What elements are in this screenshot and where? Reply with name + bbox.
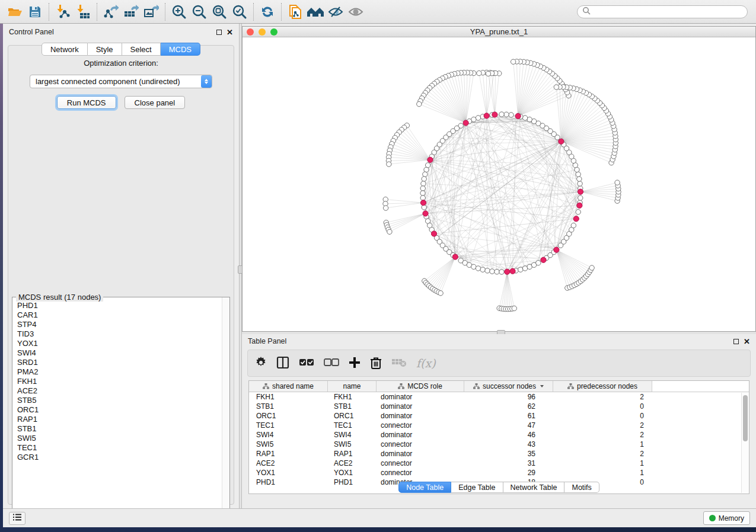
export-network-button[interactable]: [101, 2, 121, 21]
show-all-button[interactable]: [346, 2, 366, 21]
mcds-result-item[interactable]: ORC1: [13, 405, 222, 415]
criterion-select[interactable]: largest connected component (undirected): [30, 75, 212, 88]
zoom-out-button[interactable]: [189, 2, 209, 21]
mcds-result-group: MCDS result (17 nodes) PHD1CAR1STP4TID3Y…: [12, 297, 230, 517]
network-canvas[interactable]: [243, 38, 755, 331]
mcds-result-item[interactable]: TID3: [13, 329, 222, 339]
function-builder-button[interactable]: f(x): [416, 357, 436, 370]
toolbar-separator: [49, 3, 49, 21]
delete-table-button[interactable]: [391, 357, 407, 370]
mcds-result-item[interactable]: PHD1: [13, 301, 222, 310]
table-cell: 2: [553, 431, 652, 439]
run-mcds-button[interactable]: Run MCDS: [57, 96, 116, 109]
refresh-button[interactable]: [257, 2, 277, 21]
table-row[interactable]: SWI5SWI5connector431: [249, 440, 749, 449]
column-header-successor-nodes[interactable]: successor nodes: [464, 381, 553, 392]
table-row[interactable]: ORC1ORC1dominator610: [249, 411, 749, 421]
table-settings-button[interactable]: [255, 357, 267, 370]
mcds-result-item[interactable]: FKH1: [13, 377, 222, 386]
table-cell: dominator: [377, 393, 464, 401]
column-view-button[interactable]: [276, 356, 289, 371]
import-table-button[interactable]: [73, 2, 93, 21]
column-header-MCDS-role[interactable]: MCDS role: [377, 381, 464, 392]
search-field[interactable]: [577, 5, 748, 18]
table-cell: 1: [553, 459, 652, 467]
export-table-icon: [123, 4, 139, 20]
save-session-button[interactable]: [25, 2, 45, 21]
mcds-result-item[interactable]: SWI4: [13, 348, 222, 358]
export-table-button[interactable]: [121, 2, 141, 21]
table-scrollbar[interactable]: [741, 393, 748, 493]
mcds-result-item[interactable]: ACE2: [13, 386, 222, 396]
status-bar: Memory: [3, 508, 756, 527]
mcds-result-item[interactable]: YOX1: [13, 339, 222, 348]
table-cell: 1: [553, 469, 652, 477]
select-all-button[interactable]: [299, 358, 314, 368]
task-history-button[interactable]: [9, 512, 25, 525]
hide-selected-button[interactable]: [326, 2, 346, 21]
table-cell: 47: [464, 421, 553, 430]
column-header-predecessor-nodes[interactable]: predecessor nodes: [553, 381, 652, 392]
tab-mcds[interactable]: MCDS: [161, 43, 200, 56]
mcds-result-item[interactable]: GCR1: [13, 453, 222, 462]
node-table-body[interactable]: FKH1FKH1dominator962STB1STB1dominator620…: [249, 392, 749, 487]
column-header-shared-name[interactable]: shared name: [249, 381, 328, 392]
export-image-button[interactable]: [141, 2, 161, 21]
table-row[interactable]: FKH1FKH1dominator962: [249, 392, 749, 402]
table-row[interactable]: SWI4SWI4dominator462: [249, 430, 749, 440]
export-network-icon: [103, 4, 119, 20]
mcds-list-scrollbar[interactable]: [222, 297, 229, 517]
tab-select[interactable]: Select: [122, 43, 161, 56]
mcds-result-item[interactable]: SRD1: [13, 358, 222, 367]
zoom-in-button[interactable]: [169, 2, 189, 21]
close-panel-button[interactable]: Close panel: [125, 96, 186, 109]
clone-network-button[interactable]: [285, 2, 305, 21]
toolbar-separator: [281, 3, 282, 21]
mcds-result-item[interactable]: PMA2: [13, 367, 222, 377]
network-titlebar[interactable]: YPA_prune.txt_1: [243, 27, 755, 37]
close-panel-icon[interactable]: ✕: [227, 28, 233, 36]
open-folder-icon: [7, 5, 23, 19]
delete-column-button[interactable]: [370, 356, 382, 371]
column-header-name[interactable]: name: [328, 381, 377, 392]
table-cell: ACE2: [249, 459, 328, 467]
table-scrollbar-thumb[interactable]: [743, 395, 748, 441]
search-area: [577, 5, 748, 18]
unchecked-boxes-icon: [324, 358, 339, 368]
table-row[interactable]: STB1STB1dominator620: [249, 402, 749, 411]
float-panel-icon[interactable]: [216, 30, 222, 35]
deselect-all-button[interactable]: [324, 358, 339, 368]
tab-motifs[interactable]: Motifs: [564, 482, 599, 493]
mcds-result-item[interactable]: TEC1: [13, 443, 222, 453]
network-title: YPA_prune.txt_1: [243, 27, 755, 36]
search-input[interactable]: [591, 8, 742, 16]
import-network-button[interactable]: [53, 2, 73, 21]
houses-icon-button[interactable]: [305, 2, 326, 21]
zoom-selected-button[interactable]: [229, 2, 250, 21]
mcds-result-item[interactable]: STB5: [13, 396, 222, 405]
mcds-result-item[interactable]: SWI5: [13, 434, 222, 443]
tab-style[interactable]: Style: [88, 43, 122, 56]
table-row[interactable]: TEC1TEC1connector472: [249, 421, 749, 430]
tab-network-table[interactable]: Network Table: [503, 482, 565, 493]
tab-node-table[interactable]: Node Table: [398, 482, 451, 493]
mcds-result-item[interactable]: CAR1: [13, 310, 222, 320]
mcds-result-item[interactable]: RAP1: [13, 415, 222, 424]
memory-button[interactable]: Memory: [703, 511, 750, 525]
open-session-button[interactable]: [5, 2, 25, 21]
table-cell: 46: [464, 431, 553, 439]
mcds-result-item[interactable]: STP4: [13, 320, 222, 329]
float-panel-icon[interactable]: [733, 339, 739, 344]
table-row[interactable]: YOX1YOX1connector291: [249, 468, 749, 477]
tab-edge-table[interactable]: Edge Table: [451, 482, 503, 493]
zoom-fit-button[interactable]: [209, 2, 229, 21]
table-row[interactable]: ACE2ACE2connector311: [249, 459, 749, 468]
node-table-header-row: shared namenameMCDS rolesuccessor nodesp…: [249, 381, 749, 392]
close-panel-icon[interactable]: ✕: [744, 338, 750, 345]
table-row[interactable]: RAP1RAP1dominator352: [249, 449, 749, 459]
add-column-button[interactable]: [349, 357, 361, 370]
sort-descending-icon: [540, 385, 544, 387]
tab-network[interactable]: Network: [42, 43, 88, 56]
mcds-result-item[interactable]: STB1: [13, 424, 222, 434]
mcds-result-list[interactable]: PHD1CAR1STP4TID3YOX1SWI4SRD1PMA2FKH1ACE2…: [13, 301, 222, 516]
